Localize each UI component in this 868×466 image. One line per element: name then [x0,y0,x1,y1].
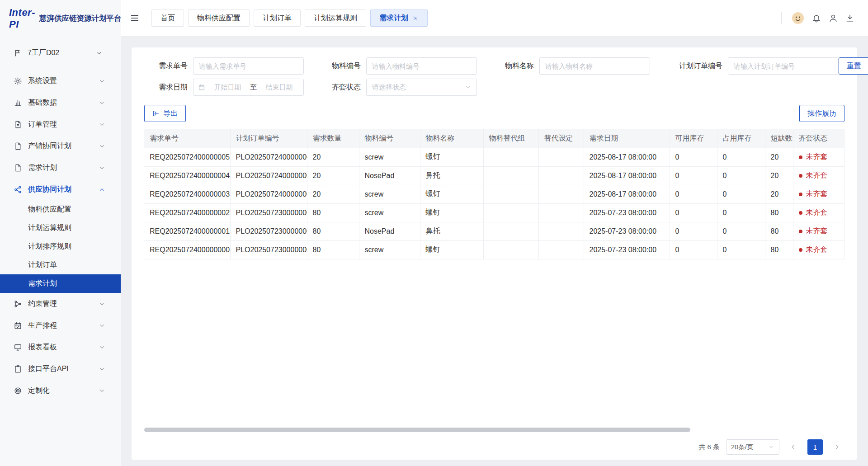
material-no-input[interactable] [366,57,477,75]
cell [538,148,584,166]
status-dot [799,248,802,252]
table-row[interactable]: REQ2025072400000004PLO202507240000000320… [144,166,844,185]
cell: 螺钉 [420,185,483,203]
calendar-icon [198,84,205,91]
table-toolbar: 导出 操作履历 [144,105,844,122]
collapse-menu-icon[interactable] [130,13,140,23]
cell: 20 [765,166,793,185]
sidebar-item-label: 报表看板 [28,343,57,352]
top-bar-actions [781,12,854,24]
cell [483,185,538,203]
sidebar-subitem[interactable]: 计划运算规则 [0,219,121,237]
table-row[interactable]: REQ2025072400000003PLO202507240000000320… [144,185,844,203]
network-icon [14,185,22,194]
close-icon[interactable] [412,15,419,21]
sidebar-item[interactable]: 定制化 [0,380,121,401]
column-header: 短缺数量 [765,129,793,148]
export-button[interactable]: 导出 [144,105,186,122]
tab[interactable]: 需求计划 [370,9,428,27]
table-row[interactable]: REQ2025072400000005PLO202507240000000320… [144,148,844,166]
cell: 80 [307,222,359,240]
cell [483,166,538,185]
operation-history-button[interactable]: 操作履历 [799,105,844,122]
sidebar-item[interactable]: 产销协同计划 [0,135,121,157]
date-range-picker[interactable]: 开始日期 至 结束日期 [193,79,304,96]
sidebar-item[interactable]: 报表看板 [0,336,121,358]
cell: 80 [765,240,793,259]
chevron-down-icon [99,121,105,128]
tab[interactable]: 物料供应配置 [188,9,250,27]
sidebar-item-label: 定制化 [28,386,50,395]
sidebar-item[interactable]: 供应协同计划 [0,179,121,200]
sidebar-item[interactable]: 接口平台API [0,358,121,380]
cell: 0 [717,203,765,222]
sidebar-item[interactable]: 基础数据 [0,92,121,113]
download-icon[interactable] [845,14,854,23]
filter-demand-no: 需求单号 [144,57,304,75]
cell: REQ2025072400000000 [144,240,230,259]
next-page-button[interactable] [829,439,844,455]
prev-page-button[interactable] [786,439,801,455]
plan-order-no-input[interactable] [728,57,839,75]
user-avatar[interactable] [792,12,804,24]
branch-icon [14,300,22,308]
status-dot [799,193,802,196]
notification-bell-icon[interactable] [812,14,821,23]
sidebar-item[interactable]: 订单管理 [0,113,121,135]
column-header: 物料替代组 [483,129,538,148]
chevron-down-icon [99,387,105,394]
table-row[interactable]: REQ2025072400000001PLO202507230000000080… [144,222,844,240]
sidebar-item[interactable]: 约束管理 [0,293,121,315]
page-size-select[interactable]: 20条/页 [726,439,779,455]
status-dot [799,174,802,178]
column-header: 需求日期 [584,129,670,148]
user-icon[interactable] [829,14,838,23]
cell [538,166,584,185]
cell: 2025-07-23 08:00:00 [584,222,670,240]
demand-no-input[interactable] [193,57,304,75]
cell: 20 [765,185,793,203]
sidebar-item[interactable]: 需求计划 [0,157,121,179]
scrollbar-thumb[interactable] [144,428,690,432]
flag-icon [14,49,22,57]
status-dot [799,230,802,233]
cell: PLO2025072400000003 [230,185,307,203]
cell: 80 [307,203,359,222]
cell: 螺钉 [420,148,483,166]
sidebar-item[interactable]: 生产排程 [0,315,121,336]
chevron-down-icon [99,301,105,307]
sidebar-subitem[interactable]: 需求计划 [0,274,121,293]
doc-icon [14,120,22,129]
reset-button[interactable]: 重置 [839,57,868,75]
page-size-value: 20条/页 [731,443,753,452]
tab[interactable]: 计划订单 [254,9,301,27]
status-dot [799,155,802,159]
cell: 80 [765,222,793,240]
cell: screw [359,203,420,222]
export-label: 导出 [163,109,178,118]
calendar-check-icon [14,321,22,330]
tab[interactable]: 计划运算规则 [305,9,366,27]
table-row[interactable]: REQ2025072400000002PLO202507230000000080… [144,203,844,222]
material-name-input[interactable] [539,57,650,75]
sidebar-submenu: 物料供应配置计划运算规则计划排序规则计划订单需求计划 [0,200,121,293]
tab[interactable]: 首页 [151,9,184,27]
factory-selector[interactable]: 7工厂D02 [0,41,121,65]
chevron-down-icon [768,444,774,450]
sidebar-subitem[interactable]: 物料供应配置 [0,200,121,219]
cell: 2025-08-17 08:00:00 [584,185,670,203]
tab-bar: 首页物料供应配置计划订单计划运算规则需求计划 [151,9,781,27]
cell: PLO2025072400000003 [230,166,307,185]
logo-title: 慧湃供应链资源计划平台 [39,14,122,24]
filter-material-name: 物料名称 [491,57,650,75]
tab-label: 需求计划 [379,14,408,23]
page-number[interactable]: 1 [807,439,823,455]
chevron-down-icon [99,143,105,150]
kit-status-select[interactable]: 请选择状态 [366,79,477,96]
cell: 0 [717,240,765,259]
sidebar-subitem[interactable]: 计划订单 [0,256,121,274]
horizontal-scrollbar[interactable] [144,428,844,432]
table-row[interactable]: REQ2025072400000000PLO202507230000000080… [144,240,844,259]
sidebar-item[interactable]: 系统设置 [0,70,121,92]
sidebar-subitem[interactable]: 计划排序规则 [0,237,121,256]
